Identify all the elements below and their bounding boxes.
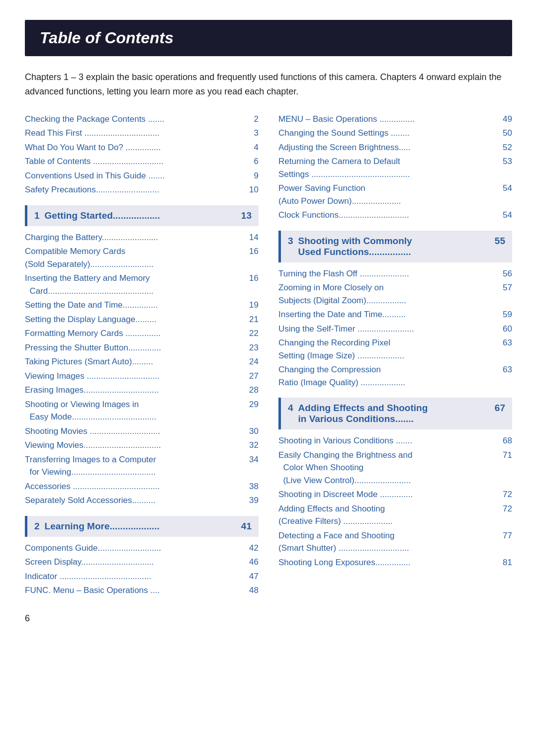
list-item: Conventions Used in This Guide ....... 9 (25, 169, 259, 182)
page-title-box: Table of Contents (25, 20, 512, 56)
list-item: Taking Pictures (Smart Auto)......... 24 (25, 355, 259, 368)
section-1-header: 1 Getting Started.................. 13 (25, 205, 259, 226)
page-title: Table of Contents (40, 29, 174, 47)
list-item: MENU – Basic Operations ............... … (278, 113, 512, 126)
list-item: FUNC. Menu – Basic Operations .... 48 (25, 584, 259, 597)
list-item: Accessories ............................… (25, 480, 259, 493)
list-item: Shooting Long Exposures............... 8… (278, 556, 512, 569)
list-item: Clock Functions.........................… (278, 209, 512, 222)
list-item: Charging the Battery....................… (25, 231, 259, 244)
list-item: What Do You Want to Do? ............... … (25, 141, 259, 154)
page-number: 6 (25, 613, 512, 624)
list-item: Setting the Display Language......... 21 (25, 313, 259, 326)
list-item: Inserting the Battery and Memory Card...… (25, 272, 259, 297)
list-item: Adding Effects and Shooting(Creative Fil… (278, 503, 512, 528)
toc-top-items: Checking the Package Contents ....... 2 … (25, 113, 259, 196)
list-item: Pressing the Shutter Button.............… (25, 341, 259, 354)
list-item: Formatting Memory Cards ............... … (25, 327, 259, 340)
list-item: Power Saving Function(Auto Power Down)..… (278, 182, 512, 207)
left-column: Checking the Package Contents ....... 2 … (25, 113, 259, 598)
list-item: Changing the Sound Settings ........ 50 (278, 127, 512, 140)
list-item: Viewing Images .........................… (25, 370, 259, 383)
list-item: Setting the Date and Time...............… (25, 299, 259, 312)
list-item: Detecting a Face and Shooting(Smart Shut… (278, 529, 512, 555)
list-item: Changing the Recording PixelSetting (Ima… (278, 336, 512, 362)
list-item: Checking the Package Contents ....... 2 (25, 113, 259, 126)
right-column: MENU – Basic Operations ............... … (278, 113, 512, 598)
section-4-header: 4 Adding Effects and Shootingin Various … (278, 398, 512, 429)
list-item: Turning the Flash Off ..................… (278, 267, 512, 280)
list-item: Easily Changing the Brightness and Color… (278, 449, 512, 487)
list-item: Screen Display..........................… (25, 556, 259, 569)
toc-right-top-items: MENU – Basic Operations ............... … (278, 113, 512, 222)
list-item: Erasing Images..........................… (25, 384, 259, 397)
list-item: Read This First ........................… (25, 127, 259, 140)
list-item: Inserting the Date and Time.......... 59 (278, 308, 512, 321)
section-3-header: 3 Shooting with CommonlyUsed Functions..… (278, 231, 512, 262)
list-item: Viewing Movies..........................… (25, 439, 259, 452)
intro-text: Chapters 1 – 3 explain the basic operati… (25, 70, 512, 99)
list-item: Using the Self-Timer ...................… (278, 323, 512, 336)
list-item: Changing the CompressionRatio (Image Qua… (278, 363, 512, 389)
list-item: Shooting in Discreet Mode ..............… (278, 488, 512, 501)
list-item: Transferring Images to a Computer for Vi… (25, 453, 259, 479)
list-item: Components Guide........................… (25, 542, 259, 555)
section-2-header: 2 Learning More................... 41 (25, 516, 259, 537)
list-item: Safety Precautions......................… (25, 183, 259, 196)
list-item: Separately Sold Accessories.......... 39 (25, 494, 259, 507)
list-item: Shooting or Viewing Images in Easy Mode.… (25, 398, 259, 423)
list-item: Compatible Memory Cards(Sold Separately)… (25, 245, 259, 270)
list-item: Adjusting the Screen Brightness..... 52 (278, 141, 512, 154)
list-item: Zooming in More Closely onSubjects (Digi… (278, 281, 512, 307)
list-item: Shooting in Various Conditions ....... 6… (278, 434, 512, 447)
list-item: Shooting Movies ........................… (25, 425, 259, 438)
list-item: Returning the Camera to DefaultSettings … (278, 155, 512, 180)
list-item: Indicator ..............................… (25, 570, 259, 583)
list-item: Table of Contents ......................… (25, 155, 259, 168)
